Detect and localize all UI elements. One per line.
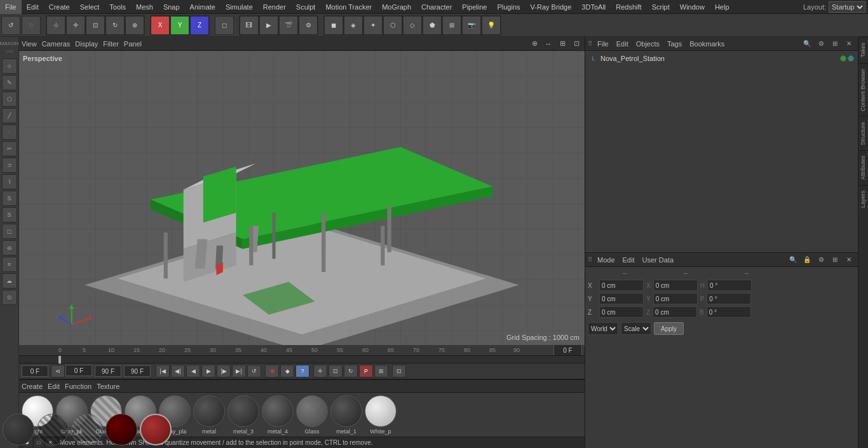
menu-file[interactable]: File	[0, 0, 22, 14]
attr-close-icon[interactable]: ✕	[843, 254, 855, 266]
scale-tool-t[interactable]: ⊡	[329, 365, 342, 377]
help-btn[interactable]: ?	[295, 365, 309, 377]
viewport-display-menu[interactable]: Display	[75, 40, 98, 48]
menu-script[interactable]: Script	[647, 0, 675, 14]
sidebar-tool-10[interactable]: ◻	[2, 224, 17, 239]
menu-animate[interactable]: Animate	[185, 0, 220, 14]
attr-search-icon[interactable]: 🔍	[787, 254, 799, 266]
viewport-icon-2[interactable]: ↔	[543, 38, 554, 50]
y-axis-button[interactable]: Y	[170, 16, 189, 35]
attr-mode-menu[interactable]: Mode	[595, 256, 618, 264]
array-button[interactable]: ⊞	[442, 16, 461, 35]
menu-mesh[interactable]: Mesh	[131, 0, 158, 14]
sidebar-point-tool[interactable]: ·	[2, 125, 17, 140]
move-tool-t[interactable]: ✛	[313, 365, 327, 377]
mat-texture-menu[interactable]: Texture	[97, 383, 119, 390]
render-preview-button[interactable]: ▶	[259, 16, 278, 35]
vtab-content-browser[interactable]: Content Browser	[858, 63, 868, 116]
render-settings-button[interactable]: ⚙	[299, 16, 318, 35]
deform-button[interactable]: ⬡	[383, 16, 402, 35]
frame-end-field[interactable]	[95, 365, 121, 377]
move-tool-button[interactable]: ✛	[66, 16, 85, 35]
layout-dropdown[interactable]: Startup	[829, 1, 865, 13]
menu-window[interactable]: Window	[675, 0, 710, 14]
menu-vray[interactable]: V-Ray Bridge	[526, 0, 577, 14]
coord-rot-p[interactable]	[707, 293, 751, 304]
menu-help[interactable]: Help	[710, 0, 735, 14]
coord-size-z[interactable]	[653, 306, 697, 318]
sidebar-tool-13[interactable]: ☁	[2, 273, 17, 288]
mat-function-menu[interactable]: Function	[65, 383, 92, 390]
menu-pipeline[interactable]: Pipeline	[457, 0, 492, 14]
viewport-icon-4[interactable]: ⊡	[571, 38, 582, 50]
play-backward-btn[interactable]: ⊲	[51, 365, 65, 377]
undo-button[interactable]: ↺	[1, 16, 20, 35]
scale-tool-button[interactable]: ⊡	[86, 16, 105, 35]
loop-btn[interactable]: ↺	[247, 365, 261, 377]
attr-lock-icon[interactable]: 🔒	[801, 254, 813, 266]
viewport-view-menu[interactable]: View	[22, 40, 37, 48]
vtab-structure[interactable]: Structure	[858, 116, 868, 151]
world-dropdown[interactable]: World	[588, 322, 618, 335]
objects-view-menu[interactable]: Objects	[634, 40, 662, 48]
coord-rot-b[interactable]	[707, 306, 751, 318]
apply-button[interactable]: Apply	[654, 322, 684, 335]
x-axis-button[interactable]: X	[151, 16, 170, 35]
sidebar-polygon-tool[interactable]: ⬡	[2, 92, 17, 107]
material-metal-1[interactable]: metal_1	[330, 395, 362, 435]
record-btn[interactable]: ⏺	[265, 365, 279, 377]
menu-plugins[interactable]: Plugins	[492, 0, 525, 14]
menu-create[interactable]: Create	[44, 0, 75, 14]
step-back-btn[interactable]: ◀|	[171, 365, 185, 377]
sidebar-paint-tool[interactable]: ✎	[2, 75, 17, 90]
material-r2-3[interactable]	[71, 414, 103, 437]
sidebar-bridge-tool[interactable]: ⌇	[2, 174, 17, 189]
render-to-po-button[interactable]: 🎬	[279, 16, 298, 35]
z-axis-button[interactable]: Z	[190, 16, 209, 35]
transform-tool-button[interactable]: ⊕	[125, 16, 144, 35]
layout-selector[interactable]: Layout: Startup	[803, 1, 868, 13]
goto-end-btn[interactable]: ▶|	[232, 365, 246, 377]
object-mode-button[interactable]: ◻	[215, 16, 234, 35]
viewport-cameras-menu[interactable]: Cameras	[42, 40, 71, 48]
frame-end2-field[interactable]	[124, 365, 151, 377]
camera-button[interactable]: 📷	[462, 16, 481, 35]
sidebar-tool-12[interactable]: ≡	[2, 257, 17, 272]
attr-settings-icon[interactable]: ⚙	[815, 254, 827, 266]
material-glass2[interactable]: Glass	[296, 395, 328, 435]
vtab-takes[interactable]: Takes	[858, 37, 868, 63]
objects-expand-icon[interactable]: ⊞	[829, 37, 841, 50]
spline-button[interactable]: ✦	[363, 16, 383, 35]
motion-mode-btn[interactable]: ⊡	[392, 365, 406, 377]
sidebar-magnet-tool[interactable]: ⊃	[2, 158, 17, 173]
sidebar-tool-14[interactable]: ⊙	[2, 290, 17, 305]
objects-settings-icon[interactable]: ⚙	[815, 37, 827, 50]
step-fwd-btn[interactable]: |▶	[217, 365, 231, 377]
menu-tools[interactable]: Tools	[104, 0, 131, 14]
menu-motion-tracker[interactable]: Motion Tracker	[320, 0, 377, 14]
mat-edit-menu[interactable]: Edit	[48, 383, 60, 390]
material-metal-3[interactable]: metal_3	[227, 395, 259, 435]
objects-tags-menu[interactable]: Tags	[665, 40, 684, 48]
material-metal-4[interactable]: metal_4	[262, 395, 294, 435]
menu-character[interactable]: Character	[416, 0, 457, 14]
attr-edit-menu[interactable]: Edit	[620, 256, 637, 264]
material-r2-1[interactable]	[19, 414, 34, 437]
menu-simulate[interactable]: Simulate	[220, 0, 258, 14]
viewport-icon-1[interactable]: ⊕	[529, 38, 540, 50]
frame-pos-field[interactable]	[65, 365, 92, 376]
coord-pos-y[interactable]	[599, 293, 644, 304]
menu-mograph[interactable]: MoGraph	[377, 0, 416, 14]
current-frame-field[interactable]	[553, 344, 582, 356]
attr-userdata-menu[interactable]: User Data	[640, 256, 677, 264]
cube-tool-button[interactable]: ◼	[324, 16, 343, 35]
objects-search-icon[interactable]: 🔍	[801, 37, 813, 50]
scale-dropdown[interactable]: Scale	[621, 322, 651, 335]
viewport-icon-3[interactable]: ⊞	[557, 38, 568, 50]
viewport-filter-menu[interactable]: Filter	[103, 40, 118, 48]
coord-pos-x[interactable]	[599, 280, 644, 291]
rotate-tool-button[interactable]: ↻	[105, 16, 125, 35]
coord-size-y[interactable]	[653, 293, 698, 304]
coord-rot-h[interactable]	[707, 280, 752, 291]
menu-edit[interactable]: Edit	[22, 0, 44, 14]
